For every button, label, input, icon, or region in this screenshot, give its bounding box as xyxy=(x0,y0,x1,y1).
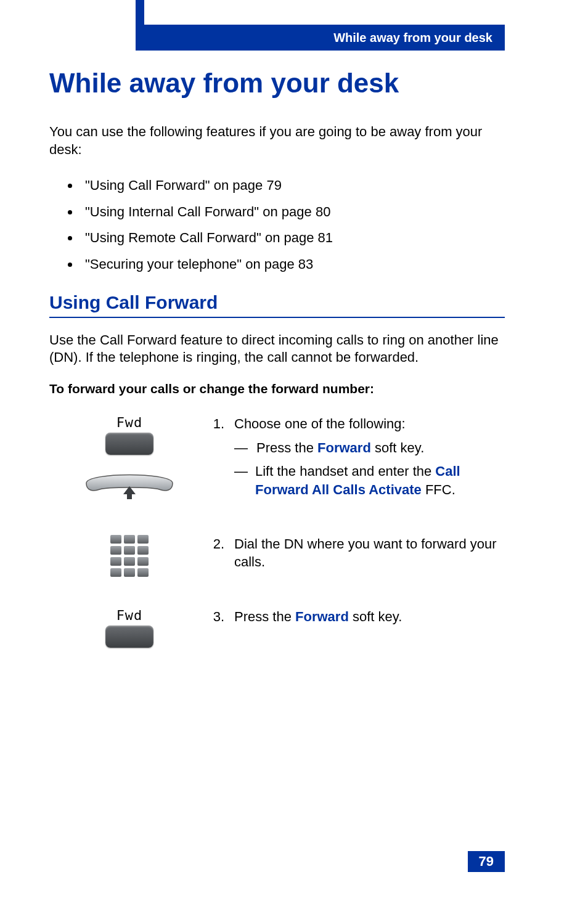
sub-list: — Press the Forward soft key. — Lift the… xyxy=(234,439,505,499)
sub-item: — Lift the handset and enter the Call Fo… xyxy=(234,462,505,499)
step-icons: Fwd xyxy=(49,608,210,648)
dash-bullet: — xyxy=(234,439,248,457)
fwd-label: Fwd xyxy=(116,608,143,623)
step-icons: Fwd xyxy=(49,415,210,503)
step-body: Press the Forward soft key. xyxy=(234,608,505,626)
page-number-value: 79 xyxy=(479,854,494,869)
handset-lift-icon xyxy=(80,466,179,503)
step-row: Fwd 1. Choose one of xyxy=(49,415,505,504)
step-text: 2. Dial the DN where you want to forward… xyxy=(210,535,505,571)
page-number: 79 xyxy=(468,851,505,872)
step-number: 1. xyxy=(210,415,224,433)
header-accent-bar xyxy=(136,0,144,51)
feature-list: "Using Call Forward" on page 79 "Using I… xyxy=(49,177,505,273)
step-body: Dial the DN where you want to forward yo… xyxy=(234,535,505,571)
step-text: 3. Press the Forward soft key. xyxy=(210,608,505,626)
step-row: 2. Dial the DN where you want to forward… xyxy=(49,535,505,577)
softkey-button-icon xyxy=(105,626,153,648)
list-item: "Using Remote Call Forward" on page 81 xyxy=(80,229,505,247)
forward-key-label: Forward xyxy=(295,609,349,624)
sub-item-text: Press the Forward soft key. xyxy=(256,439,424,457)
forward-key-label: Forward xyxy=(317,440,371,455)
procedure-heading: To forward your calls or change the forw… xyxy=(49,381,505,396)
softkey-button-icon xyxy=(105,433,153,455)
sub-item-text: Lift the handset and enter the Call Forw… xyxy=(255,462,505,499)
content-area: While away from your desk You can use th… xyxy=(49,62,505,679)
section-description: Use the Call Forward feature to direct i… xyxy=(49,332,505,367)
list-item: "Using Internal Call Forward" on page 80 xyxy=(80,203,505,221)
page-title: While away from your desk xyxy=(49,68,505,99)
list-item: "Securing your telephone" on page 83 xyxy=(80,256,505,274)
fwd-softkey-icon: Fwd xyxy=(105,415,153,455)
document-page: While away from your desk While away fro… xyxy=(0,0,588,909)
dash-bullet: — xyxy=(234,462,247,481)
intro-paragraph: You can use the following features if yo… xyxy=(49,123,505,158)
section-heading: Using Call Forward xyxy=(49,292,505,318)
keypad-icon xyxy=(110,535,149,577)
step-number: 2. xyxy=(210,535,224,553)
sub-item: — Press the Forward soft key. xyxy=(234,439,505,457)
step-main-text: Choose one of the following: xyxy=(234,416,406,431)
step-text: 1. Choose one of the following: — Press … xyxy=(210,415,505,504)
running-header-text: While away from your desk xyxy=(333,31,492,45)
list-item: "Using Call Forward" on page 79 xyxy=(80,177,505,195)
step-icons xyxy=(49,535,210,577)
fwd-softkey-icon: Fwd xyxy=(105,608,153,648)
fwd-label: Fwd xyxy=(116,415,143,430)
step-row: Fwd 3. Press the Forward soft key. xyxy=(49,608,505,648)
step-number: 3. xyxy=(210,608,224,626)
step-body: Choose one of the following: — Press the… xyxy=(234,415,505,504)
running-header: While away from your desk xyxy=(144,25,505,51)
